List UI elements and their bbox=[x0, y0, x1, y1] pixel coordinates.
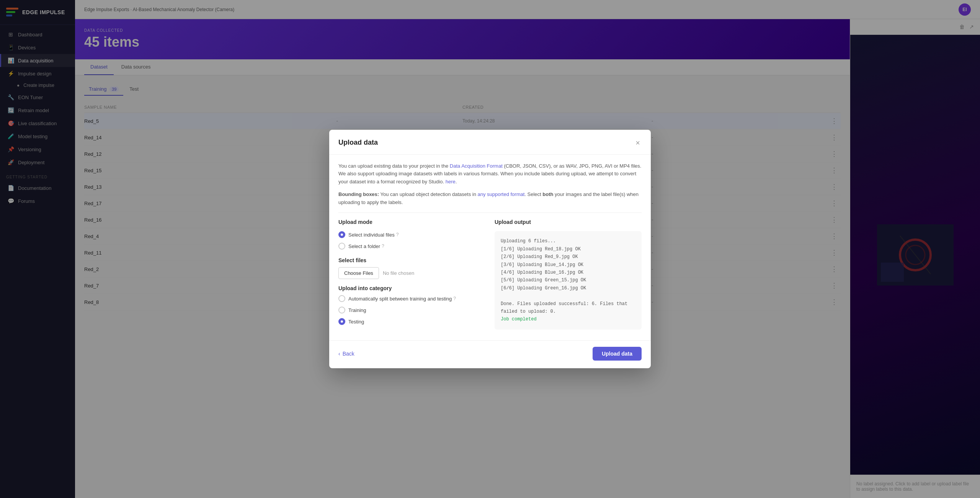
upload-output-log: Uploading 6 files... [1/6] Uploading Red… bbox=[495, 231, 642, 329]
upload-mode-title: Upload mode bbox=[338, 219, 485, 225]
supported-format-link[interactable]: any supported format bbox=[477, 191, 524, 197]
individual-help-icon[interactable]: ? bbox=[396, 232, 399, 237]
radio-folder-indicator bbox=[338, 243, 345, 250]
folder-help-icon[interactable]: ? bbox=[382, 243, 384, 249]
log-line-1: [1/6] Uploading Red_18.jpg OK bbox=[501, 245, 635, 253]
log-line-4: [4/6] Uploading Blue_16.jpg OK bbox=[501, 269, 635, 276]
modal-overlay[interactable]: Upload data × You can upload existing da… bbox=[0, 0, 980, 498]
select-files-label: Select files bbox=[338, 257, 485, 263]
log-job-completed: Job completed bbox=[501, 315, 635, 323]
radio-select-folder[interactable]: Select a folder ? bbox=[338, 243, 485, 250]
modal-footer: ‹ Back Upload data bbox=[329, 340, 651, 368]
auto-help-icon[interactable]: ? bbox=[453, 296, 456, 301]
upload-modal: Upload data × You can upload existing da… bbox=[329, 130, 651, 369]
log-line-6: [6/6] Uploading Green_16.jpg OK bbox=[501, 284, 635, 292]
radio-testing-indicator bbox=[338, 318, 345, 325]
modal-columns: Upload mode Select individual files ? bbox=[338, 219, 642, 333]
data-acquisition-format-link[interactable]: Data Acquisition Format bbox=[450, 163, 503, 169]
radio-individual-label: Select individual files ? bbox=[348, 232, 399, 238]
upload-data-button[interactable]: Upload data bbox=[593, 347, 642, 361]
modal-divider bbox=[338, 212, 642, 213]
modal-bounding-text: Bounding boxes: You can upload object de… bbox=[338, 191, 642, 207]
bounding-label: Bounding boxes: bbox=[338, 191, 379, 197]
log-line-5: [5/6] Uploading Green_15.jpg OK bbox=[501, 276, 635, 284]
upload-mode-radios: Select individual files ? Select a folde… bbox=[338, 231, 485, 250]
radio-individual-files[interactable]: Select individual files ? bbox=[338, 231, 485, 238]
log-line-3: [3/6] Uploading Blue_14.jpg OK bbox=[501, 261, 635, 269]
log-done-text: Done. Files uploaded successful: 6. File… bbox=[501, 300, 635, 316]
radio-testing-label: Testing bbox=[348, 319, 364, 325]
log-line-0: Uploading 6 files... bbox=[501, 237, 635, 245]
modal-left-column: Upload mode Select individual files ? bbox=[338, 219, 485, 333]
radio-training[interactable]: Training bbox=[338, 307, 485, 313]
upload-category-label: Upload into category bbox=[338, 285, 485, 291]
radio-individual-indicator bbox=[338, 231, 345, 238]
upload-output-title: Upload output bbox=[495, 219, 642, 225]
modal-close-button[interactable]: × bbox=[634, 137, 642, 148]
radio-auto-split[interactable]: Automatically split between training and… bbox=[338, 295, 485, 302]
upload-category-radios: Automatically split between training and… bbox=[338, 295, 485, 325]
back-arrow-icon: ‹ bbox=[338, 351, 340, 357]
modal-title: Upload data bbox=[338, 139, 378, 147]
radio-auto-label: Automatically split between training and… bbox=[348, 296, 456, 302]
radio-training-label: Training bbox=[348, 307, 366, 313]
file-chooser-row: Choose Files No file chosen bbox=[338, 267, 485, 279]
choose-files-button[interactable]: Choose Files bbox=[338, 267, 379, 279]
no-file-text: No file chosen bbox=[383, 270, 414, 276]
radio-training-indicator bbox=[338, 307, 345, 313]
modal-right-column: Upload output Uploading 6 files... [1/6]… bbox=[495, 219, 642, 333]
modal-header: Upload data × bbox=[329, 130, 651, 155]
radio-testing[interactable]: Testing bbox=[338, 318, 485, 325]
modal-info-text: You can upload existing data to your pro… bbox=[338, 162, 642, 186]
back-button[interactable]: ‹ Back bbox=[338, 351, 354, 357]
modal-body: You can upload existing data to your pro… bbox=[329, 155, 651, 341]
here-link[interactable]: here bbox=[446, 179, 456, 185]
radio-auto-indicator bbox=[338, 295, 345, 302]
log-line-2: [2/6] Uploading Red_9.jpg OK bbox=[501, 253, 635, 261]
radio-folder-label: Select a folder ? bbox=[348, 243, 384, 249]
